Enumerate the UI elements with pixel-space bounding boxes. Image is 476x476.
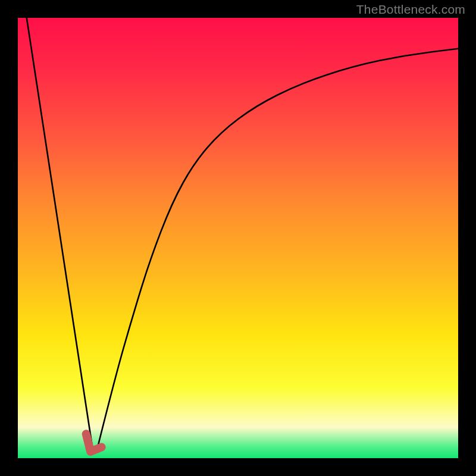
curve-layer xyxy=(18,18,458,458)
chart-frame: TheBottleneck.com xyxy=(0,0,476,476)
watermark-text: TheBottleneck.com xyxy=(356,2,465,17)
plot-area xyxy=(18,18,458,458)
series-right-curve xyxy=(97,49,458,449)
series-left-descent xyxy=(27,18,93,449)
